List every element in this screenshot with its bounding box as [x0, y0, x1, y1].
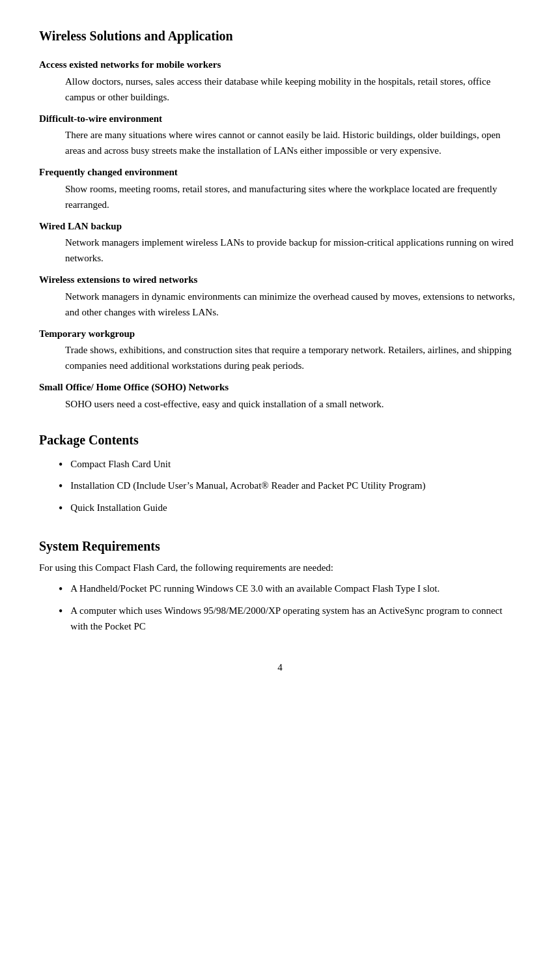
section-wireless-extensions: Wireless extensions to wired networks Ne… [39, 272, 521, 320]
section-access-networks: Access existed networks for mobile worke… [39, 57, 521, 105]
list-item-text: A Handheld/Pocket PC running Windows CE … [70, 581, 440, 596]
section-temporary-workgroup: Temporary workgroup Trade shows, exhibit… [39, 326, 521, 374]
page-number: 4 [39, 660, 521, 675]
section-wired-lan-backup: Wired LAN backup Network managers implem… [39, 219, 521, 267]
section-body-access-networks: Allow doctors, nurses, sales access thei… [65, 74, 521, 105]
list-item: A Handheld/Pocket PC running Windows CE … [59, 581, 521, 599]
package-contents-section: Package Contents Compact Flash Card Unit… [39, 430, 521, 518]
system-requirements-list: A Handheld/Pocket PC running Windows CE … [59, 581, 521, 634]
page-title: Wireless Solutions and Application [39, 26, 521, 46]
list-item: Quick Installation Guide [59, 500, 521, 518]
section-heading-soho-networks: Small Office/ Home Office (SOHO) Network… [39, 380, 521, 395]
section-body-wired-lan-backup: Network managers implement wireless LANs… [65, 235, 521, 266]
list-item-text: A computer which uses Windows 95/98/ME/2… [70, 603, 521, 634]
section-heading-wireless-extensions: Wireless extensions to wired networks [39, 272, 521, 287]
section-heading-access-networks: Access existed networks for mobile worke… [39, 57, 521, 72]
section-body-frequently-changed: Show rooms, meeting rooms, retail stores… [65, 181, 521, 212]
section-difficult-wire: Difficult-to-wire environment There are … [39, 111, 521, 159]
section-heading-frequently-changed: Frequently changed environment [39, 165, 521, 180]
section-frequently-changed: Frequently changed environment Show room… [39, 165, 521, 212]
system-requirements-section: System Requirements For using this Compa… [39, 536, 521, 634]
section-body-difficult-wire: There are many situations where wires ca… [65, 127, 521, 158]
section-heading-difficult-wire: Difficult-to-wire environment [39, 111, 521, 126]
section-heading-wired-lan-backup: Wired LAN backup [39, 219, 521, 234]
list-item-text: Compact Flash Card Unit [70, 456, 171, 472]
section-body-soho-networks: SOHO users need a cost-effective, easy a… [65, 396, 521, 412]
section-body-wireless-extensions: Network managers in dynamic environments… [65, 289, 521, 320]
system-requirements-title: System Requirements [39, 536, 521, 556]
section-soho-networks: Small Office/ Home Office (SOHO) Network… [39, 380, 521, 412]
list-item-text: Quick Installation Guide [70, 500, 167, 515]
package-contents-list: Compact Flash Card Unit Installation CD … [59, 456, 521, 518]
package-contents-title: Package Contents [39, 430, 521, 450]
list-item: Compact Flash Card Unit [59, 456, 521, 474]
list-item: Installation CD (Include User’s Manual, … [59, 478, 521, 496]
system-requirements-intro: For using this Compact Flash Card, the f… [39, 560, 521, 575]
section-body-temporary-workgroup: Trade shows, exhibitions, and constructi… [65, 342, 521, 373]
list-item: A computer which uses Windows 95/98/ME/2… [59, 603, 521, 634]
section-heading-temporary-workgroup: Temporary workgroup [39, 326, 521, 341]
list-item-text: Installation CD (Include User’s Manual, … [70, 478, 425, 493]
sections-container: Access existed networks for mobile worke… [39, 57, 521, 412]
